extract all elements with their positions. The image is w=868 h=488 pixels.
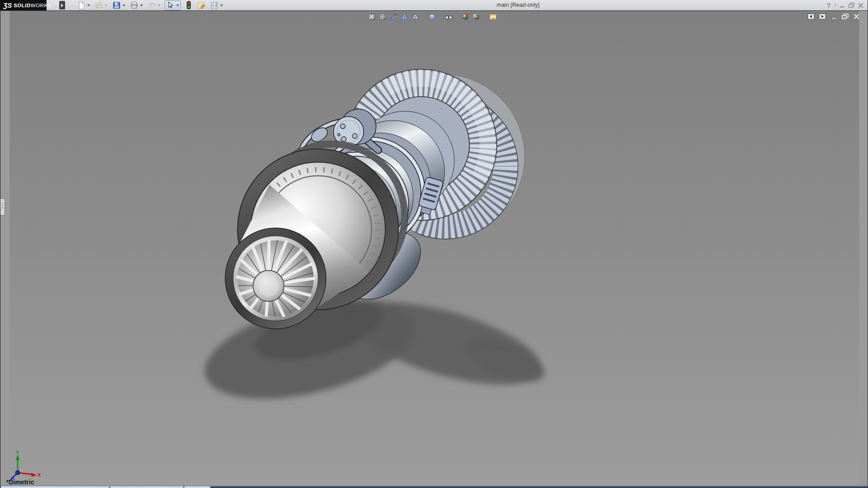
eyeglasses-icon [444,13,453,21]
status-bar-fill [211,486,868,488]
appearance-sphere-icon [462,13,469,21]
new-document-icon [77,1,85,9]
options-button[interactable] [209,0,219,10]
zoom-to-area-icon [379,13,387,21]
pane-left-icon [807,13,816,20]
restore-button[interactable] [848,1,855,10]
restore-document-icon [841,13,849,20]
y-axis-arrowhead [16,455,20,460]
x-axis-arrowhead [31,473,37,477]
display-style-button[interactable] [411,13,420,21]
undo-button[interactable] [147,0,156,10]
help-button[interactable]: ? [826,1,831,10]
show-pane-right-button[interactable] [818,13,827,20]
rebuild-button[interactable] [184,0,193,10]
feature-manager-splitter-handle[interactable] [0,198,5,216]
triad-origin [16,471,20,475]
status-segment [0,486,109,488]
right-triangle-icon [61,4,63,7]
status-bar [0,486,868,488]
status-segment [184,486,210,488]
display-mode-cube-icon [428,13,436,21]
save-icon [113,1,121,9]
main-toolbar [76,0,227,10]
undo-icon [148,1,156,9]
save-button[interactable] [112,0,121,10]
edit-appearance-button[interactable] [461,13,470,21]
section-view-icon [390,13,397,21]
restore-icon [848,2,855,8]
x-axis-label: X [38,472,41,478]
open-document-icon [95,1,103,9]
view-settings-icon [489,13,497,21]
document-window-controls [807,13,861,20]
file-properties-button[interactable] [197,0,206,10]
close-icon [858,3,864,8]
show-pane-left-button[interactable] [807,13,816,20]
view-orientation-icon [401,13,408,21]
apply-scene-button[interactable] [472,13,481,21]
solidworks-window: ƷS SOLIDWORKS [0,0,868,488]
print-icon [130,1,138,9]
pane-right-icon [818,13,827,20]
file-properties-icon [197,1,206,9]
minimize-icon [840,3,845,8]
reference-triad: Y X [7,450,42,483]
splitter-dots-icon [2,203,3,204]
heads-up-view-toolbar [368,13,500,21]
help-dropdown[interactable] [834,1,837,10]
zoom-to-fit-icon [368,13,376,21]
print-button[interactable] [129,0,139,10]
apply-scene-icon [472,13,480,21]
window-title: main [Read-only] [471,2,566,8]
new-document-button[interactable] [76,0,86,10]
undo-dropdown[interactable] [156,0,161,10]
zoom-to-fit-button[interactable] [368,13,376,21]
section-view-button[interactable] [389,13,398,21]
display-mode-button[interactable] [428,13,436,21]
select-tool-dropdown[interactable] [175,0,180,10]
hide-show-items-button[interactable] [444,13,453,21]
view-orientation-button[interactable] [400,13,409,21]
view-settings-button[interactable] [489,13,497,21]
title-bar: ƷS SOLIDWORKS [0,0,868,11]
traffic-light-icon [185,1,192,9]
graphics-viewport[interactable]: Y X *Dimetric [0,10,868,488]
close-button[interactable] [858,1,864,10]
display-style-icon [411,13,419,21]
minimize-document-icon [830,13,838,20]
new-document-dropdown[interactable] [86,0,91,10]
solidworks-logo: ƷS SOLIDWORKS [0,0,47,10]
zoom-to-area-button[interactable] [378,13,387,21]
print-dropdown[interactable] [139,0,144,10]
minimize-document-button[interactable] [829,13,839,20]
solidworks-logo-text: SOLIDWORKS [14,3,52,8]
open-document-button[interactable] [94,0,104,10]
options-dropdown[interactable] [219,0,224,10]
select-tool-button[interactable] [165,0,181,10]
close-document-icon [853,13,860,20]
options-icon [210,1,218,9]
close-document-button[interactable] [852,13,861,20]
titlebar-controls: ? [826,0,864,10]
minimize-button[interactable] [840,1,845,10]
select-cursor-icon [166,1,174,9]
open-document-dropdown[interactable] [104,0,108,10]
restore-document-button[interactable] [840,13,850,20]
save-dropdown[interactable] [121,0,126,10]
menu-expand-arrow[interactable] [59,1,65,9]
engine-nozzle [225,228,326,329]
view-orientation-label: *Dimetric [6,479,34,486]
solidworks-logo-icon: ƷS [3,1,12,9]
status-segment [110,486,184,488]
engine-3d-model[interactable] [0,11,868,488]
y-axis-label: Y [16,450,19,455]
